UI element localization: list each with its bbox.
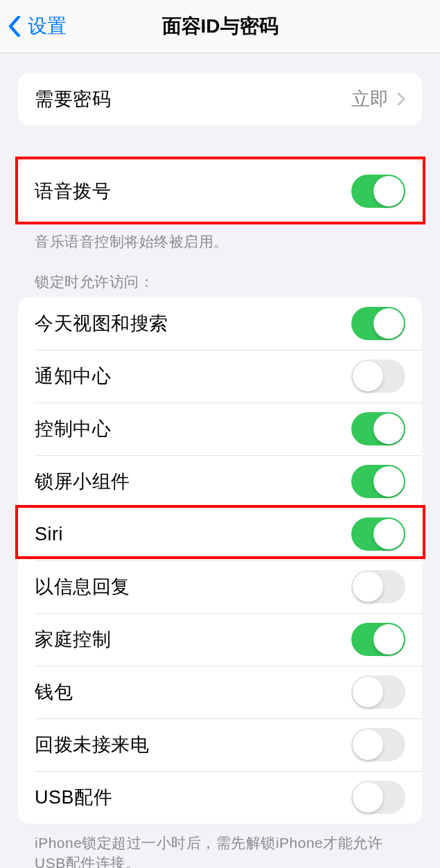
lock-access-row: Siri [18,508,422,560]
toggle-knob [373,414,404,444]
toggle[interactable] [351,412,405,445]
toggle[interactable] [351,307,405,340]
row-value: 立即 [351,87,389,112]
toggle-knob [373,624,404,655]
toggle-knob [373,519,404,549]
toggle[interactable] [351,675,405,709]
voice-dial-row: 语音拨号 [18,160,422,222]
back-button[interactable]: 设置 [0,13,67,39]
row-label: 语音拨号 [35,179,351,204]
row-label: 回拨未接来电 [35,732,351,757]
row-label: 今天视图和搜索 [35,311,351,336]
back-label: 设置 [28,13,67,39]
lock-access-group: 今天视图和搜索通知中心控制中心锁屏小组件Siri以信息回复家庭控制钱包回拨未接来… [18,297,422,824]
row-label: USB配件 [35,785,351,810]
lock-access-footer: iPhone锁定超过一小时后，需先解锁iPhone才能允许USB配件连接。 [18,833,422,868]
voice-dial-group: 语音拨号 [18,160,422,222]
toggle[interactable] [351,517,405,551]
toggle[interactable] [351,728,405,761]
row-label: Siri [35,524,351,545]
toggle-knob [353,677,383,707]
lock-access-row: 家庭控制 [18,613,422,666]
toggle[interactable] [351,465,405,498]
lock-access-row: 钱包 [18,666,422,718]
row-label: 需要密码 [35,87,351,112]
toggle[interactable] [351,781,405,814]
row-label: 以信息回复 [35,574,351,599]
lock-access-row: 以信息回复 [18,560,422,613]
toggle-knob [373,308,404,339]
toggle[interactable] [351,570,405,603]
navigation-bar: 设置 面容ID与密码 [0,0,440,53]
row-label: 钱包 [35,680,351,705]
toggle-knob [353,572,383,602]
toggle-knob [353,729,383,760]
lock-access-header: 锁定时允许访问： [18,272,422,292]
voice-dial-toggle[interactable] [351,175,405,208]
require-passcode-row[interactable]: 需要密码 立即 [18,73,422,125]
row-label: 控制中心 [35,416,351,441]
lock-access-row: 通知中心 [18,350,422,402]
voice-dial-footer: 音乐语音控制将始终被启用。 [18,232,422,251]
lock-access-row: 今天视图和搜索 [18,297,422,350]
content-area: 需要密码 立即 语音拨号 音乐语音控制将始终被启用。 锁定时允许访问： 今天视图… [0,73,440,868]
row-label: 锁屏小组件 [35,469,351,494]
toggle-knob [353,361,383,391]
toggle[interactable] [351,360,405,393]
lock-access-row: 控制中心 [18,402,422,455]
row-label: 家庭控制 [35,627,351,652]
toggle-knob [373,176,404,206]
chevron-right-icon [397,92,405,106]
toggle-knob [373,466,404,497]
lock-access-row: USB配件 [18,771,422,824]
row-label: 通知中心 [35,364,351,389]
lock-access-row: 锁屏小组件 [18,455,422,508]
passcode-group: 需要密码 立即 [18,73,422,125]
lock-access-row: 回拨未接来电 [18,718,422,771]
toggle-knob [353,782,383,813]
toggle[interactable] [351,623,405,656]
chevron-left-icon [8,16,21,37]
